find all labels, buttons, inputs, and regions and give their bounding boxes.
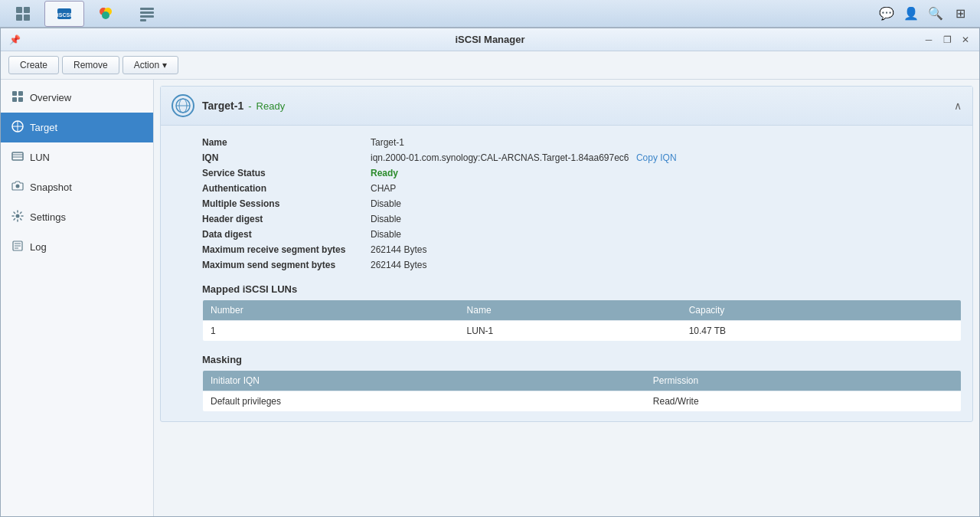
title-bar: 📌 iSCSI Manager ─ ❐ ✕ bbox=[1, 28, 979, 51]
masking-title: Masking bbox=[202, 354, 962, 365]
max-send-label: Maximum send segment bytes bbox=[202, 260, 371, 270]
svg-rect-10 bbox=[140, 11, 154, 14]
masking-permission: Read/Write bbox=[645, 391, 962, 412]
masking-initiator: Default privileges bbox=[203, 391, 645, 412]
sidebar-item-settings[interactable]: Settings bbox=[1, 202, 153, 232]
sidebar-item-lun[interactable]: LUN bbox=[1, 142, 153, 172]
lun-name: LUN-1 bbox=[459, 321, 681, 342]
target-status: Ready bbox=[256, 100, 286, 112]
lun-icon bbox=[11, 150, 24, 165]
minimize-button[interactable]: ─ bbox=[921, 32, 936, 47]
content-panel: Target-1 - Ready ∧ Name Target-1 IQN iqn… bbox=[154, 80, 979, 516]
taskbar-color-icon[interactable] bbox=[86, 1, 126, 27]
svg-point-23 bbox=[16, 185, 20, 188]
user-icon[interactable]: 👤 bbox=[900, 3, 922, 25]
masking-table: Initiator IQN Permission Default privile… bbox=[202, 370, 962, 412]
mapped-luns-header-row: Number Name Capacity bbox=[203, 300, 962, 321]
lun-row-1[interactable]: 1 LUN-1 10.47 TB bbox=[203, 321, 962, 342]
mapped-luns-table: Number Name Capacity 1 LUN-1 10.47 TB bbox=[202, 299, 962, 342]
masking-row-1[interactable]: Default privileges Read/Write bbox=[203, 391, 962, 412]
svg-rect-3 bbox=[24, 15, 30, 21]
mapped-luns-title: Mapped iSCSI LUNs bbox=[202, 283, 962, 295]
remove-button[interactable]: Remove bbox=[62, 56, 119, 74]
create-button[interactable]: Create bbox=[8, 56, 59, 74]
detail-row-multiple-sessions: Multiple Sessions Disable bbox=[202, 196, 962, 211]
target-header[interactable]: Target-1 - Ready ∧ bbox=[161, 87, 972, 126]
svg-rect-16 bbox=[18, 97, 23, 102]
sidebar-item-log[interactable]: Log bbox=[1, 232, 153, 262]
target-globe-icon bbox=[172, 94, 194, 117]
service-status-value: Ready bbox=[371, 168, 398, 178]
app-window: 📌 iSCSI Manager ─ ❐ ✕ Create Remove Acti… bbox=[0, 28, 980, 517]
max-receive-label: Maximum receive segment bytes bbox=[202, 244, 371, 255]
copy-iqn-link[interactable]: Copy IQN bbox=[636, 152, 677, 163]
taskbar-list-icon[interactable] bbox=[127, 1, 167, 27]
target-name: Target-1 bbox=[202, 100, 243, 112]
taskbar-iscsi-icon[interactable]: iSCSI bbox=[44, 1, 84, 27]
toolbar: Create Remove Action ▾ bbox=[1, 51, 979, 80]
svg-rect-14 bbox=[18, 91, 23, 96]
col-name: Name bbox=[459, 300, 681, 321]
detail-row-service-status: Service Status Ready bbox=[202, 165, 962, 181]
target-status-prefix: - bbox=[248, 100, 251, 112]
svg-rect-2 bbox=[16, 15, 22, 21]
pin-button[interactable]: 📌 bbox=[7, 32, 22, 47]
detail-row-max-send: Maximum send segment bytes 262144 Bytes bbox=[202, 257, 962, 273]
settings-icon bbox=[11, 210, 24, 224]
sidebar-item-overview[interactable]: Overview bbox=[1, 83, 153, 113]
main-content: Overview Target LUN bbox=[1, 80, 979, 516]
masking-header-row: Initiator IQN Permission bbox=[203, 371, 962, 391]
detail-row-name: Name Target-1 bbox=[202, 135, 962, 150]
title-bar-left: 📌 bbox=[7, 32, 22, 47]
expand-icon[interactable]: ⊞ bbox=[949, 3, 971, 25]
masking-section: Masking Initiator IQN Permission Defa bbox=[202, 354, 962, 412]
col-capacity: Capacity bbox=[681, 300, 962, 321]
title-bar-controls: ─ ❐ ✕ bbox=[921, 32, 973, 47]
data-digest-value: Disable bbox=[371, 229, 401, 240]
iqn-value: iqn.2000-01.com.synology:CAL-ARCNAS.Targ… bbox=[371, 152, 677, 163]
authentication-value: CHAP bbox=[371, 183, 396, 194]
col-permission: Permission bbox=[645, 371, 962, 391]
authentication-label: Authentication bbox=[202, 183, 371, 194]
action-arrow: ▾ bbox=[162, 60, 167, 70]
header-digest-label: Header digest bbox=[202, 214, 371, 224]
close-button[interactable]: ✕ bbox=[958, 32, 973, 47]
detail-row-max-receive: Maximum receive segment bytes 262144 Byt… bbox=[202, 242, 962, 257]
sidebar-item-snapshot[interactable]: Snapshot bbox=[1, 172, 153, 202]
sidebar: Overview Target LUN bbox=[1, 80, 154, 516]
sidebar-item-target[interactable]: Target bbox=[1, 113, 153, 142]
multiple-sessions-value: Disable bbox=[371, 198, 401, 209]
lun-capacity: 10.47 TB bbox=[681, 321, 962, 342]
search-icon[interactable]: 🔍 bbox=[925, 3, 946, 25]
settings-label: Settings bbox=[30, 211, 66, 223]
svg-rect-11 bbox=[140, 15, 154, 18]
target-card: Target-1 - Ready ∧ Name Target-1 IQN iqn… bbox=[160, 86, 973, 422]
action-button[interactable]: Action ▾ bbox=[122, 56, 178, 74]
detail-row-iqn: IQN iqn.2000-01.com.synology:CAL-ARCNAS.… bbox=[202, 150, 962, 165]
window-title: iSCSI Manager bbox=[455, 34, 524, 45]
svg-text:iSCSI: iSCSI bbox=[57, 12, 71, 18]
col-number: Number bbox=[203, 300, 459, 321]
data-digest-label: Data digest bbox=[202, 229, 371, 240]
detail-row-data-digest: Data digest Disable bbox=[202, 227, 962, 242]
iqn-label: IQN bbox=[202, 152, 371, 163]
overview-label: Overview bbox=[30, 92, 71, 103]
snapshot-icon bbox=[11, 180, 24, 195]
target-details: Name Target-1 IQN iqn.2000-01.com.synolo… bbox=[161, 126, 972, 421]
col-initiator-iqn: Initiator IQN bbox=[203, 371, 645, 391]
collapse-button[interactable]: ∧ bbox=[954, 100, 962, 112]
taskbar: iSCSI 💬 👤 🔍 ⊞ bbox=[0, 0, 980, 28]
restore-button[interactable]: ❐ bbox=[939, 32, 955, 47]
svg-rect-9 bbox=[140, 8, 154, 10]
taskbar-grid-icon[interactable] bbox=[3, 1, 43, 27]
svg-rect-15 bbox=[12, 97, 17, 102]
name-value: Target-1 bbox=[371, 137, 404, 148]
name-label: Name bbox=[202, 137, 371, 148]
lun-label: LUN bbox=[30, 152, 50, 163]
chat-icon[interactable]: 💬 bbox=[876, 3, 897, 25]
overview-icon bbox=[11, 90, 24, 105]
detail-row-authentication: Authentication CHAP bbox=[202, 181, 962, 196]
max-receive-value: 262144 Bytes bbox=[371, 244, 426, 255]
target-icon bbox=[11, 120, 24, 135]
max-send-value: 262144 Bytes bbox=[371, 260, 426, 270]
